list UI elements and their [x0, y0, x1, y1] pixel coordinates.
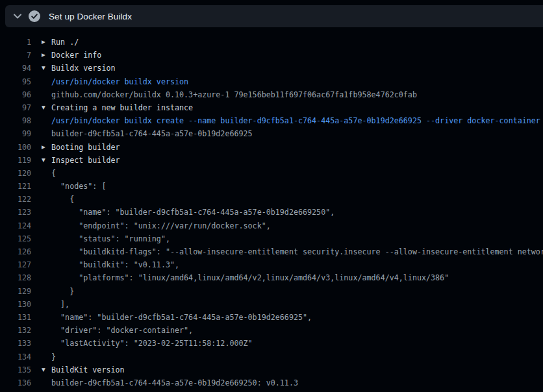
log-line: 124 "endpoint": "unix:///var/run/docker.… — [0, 219, 543, 232]
log-line: 132 "driver": "docker-container", — [0, 324, 543, 337]
line-number-link[interactable]: 133 — [0, 337, 31, 350]
log-line: 126 "buildkitd-flags": "--allow-insecure… — [0, 245, 543, 258]
log-line: 122 { — [0, 193, 543, 206]
log-text: builder-d9cfb5a1-c764-445a-a57e-0b19d2e6… — [51, 376, 298, 389]
line-number-link[interactable]: 132 — [0, 324, 31, 337]
line-number-link[interactable]: 136 — [0, 376, 31, 389]
log-text: "status": "running", — [51, 232, 170, 245]
log-text: builder-d9cfb5a1-c764-445a-a57e-0b19d2e6… — [51, 127, 253, 140]
log-text: { — [51, 167, 56, 180]
log-line: 120 { — [0, 167, 543, 180]
line-number-link[interactable]: 125 — [0, 232, 31, 245]
log-line: 128 "platforms": "linux/amd64,linux/amd6… — [0, 271, 543, 284]
log-line-group[interactable]: 100 ▶ Booting builder — [0, 141, 543, 154]
log-text: "buildkitd-flags": "--allow-insecure-ent… — [51, 245, 543, 258]
log-line: 99 builder-d9cfb5a1-c764-445a-a57e-0b19d… — [0, 127, 543, 140]
log-text: { — [51, 193, 74, 206]
line-number-link[interactable]: 120 — [0, 167, 31, 180]
triangle-right-icon[interactable]: ▶ — [42, 36, 51, 49]
line-number-link[interactable]: 119 — [0, 154, 31, 167]
line-number-link[interactable]: 99 — [0, 127, 31, 140]
triangle-right-icon[interactable]: ▶ — [42, 141, 51, 154]
log-line-group[interactable]: 135 ▼ BuildKit version — [0, 363, 543, 376]
line-number-link[interactable]: 96 — [0, 88, 31, 101]
log-text: "platforms": "linux/amd64,linux/amd64/v2… — [51, 271, 449, 284]
log-text: } — [51, 285, 74, 298]
line-number-link[interactable]: 126 — [0, 245, 31, 258]
log-text: "lastActivity": "2023-02-25T11:58:12.000… — [51, 337, 253, 350]
log-text: "nodes": [ — [51, 180, 106, 193]
log-line: 131 "name": "builder-d9cfb5a1-c764-445a-… — [0, 311, 543, 324]
triangle-right-icon[interactable]: ▶ — [42, 49, 51, 62]
log-line: 134 } — [0, 350, 543, 363]
line-number-link[interactable]: 129 — [0, 285, 31, 298]
log-text: "driver": "docker-container", — [51, 324, 193, 337]
log-line-group[interactable]: 97 ▼ Creating a new builder instance — [0, 101, 543, 114]
triangle-down-icon[interactable]: ▼ — [42, 101, 51, 114]
log-text: Inspect builder — [51, 154, 120, 167]
log-line: 127 "buildkit": "v0.11.3", — [0, 258, 543, 271]
line-number-link[interactable]: 97 — [0, 101, 31, 114]
log-line-group[interactable]: 1 ▶ Run ./ — [0, 36, 543, 49]
chevron-down-icon[interactable] — [13, 12, 22, 21]
line-number-link[interactable]: 100 — [0, 141, 31, 154]
check-circle-icon — [29, 10, 40, 22]
line-number-link[interactable]: 1 — [0, 36, 31, 49]
log-text: "name": "builder-d9cfb5a1-c764-445a-a57e… — [51, 311, 312, 324]
line-number-link[interactable]: 135 — [0, 363, 31, 376]
log-text: Docker info — [51, 49, 101, 62]
log-lines: 1 ▶ Run ./ 7 ▶ Docker info 94 ▼ Buildx v… — [0, 36, 543, 389]
line-number-link[interactable]: 134 — [0, 350, 31, 363]
log-text: Run ./ — [51, 36, 79, 49]
log-text: Creating a new builder instance — [51, 101, 193, 114]
line-number-link[interactable]: 127 — [0, 258, 31, 271]
log-text: "endpoint": "unix:///var/run/docker.sock… — [51, 219, 271, 232]
log-text: } — [51, 350, 56, 363]
log-line: 129 } — [0, 285, 543, 298]
line-number-link[interactable]: 124 — [0, 219, 31, 232]
log-viewer: 1 ▶ Run ./ 7 ▶ Docker info 94 ▼ Buildx v… — [0, 27, 543, 389]
log-text: github.com/docker/buildx 0.10.3+azure-1 … — [51, 88, 417, 101]
log-text: "buildkit": "v0.11.3", — [51, 258, 179, 271]
log-text: Booting builder — [51, 141, 120, 154]
line-number-link[interactable]: 130 — [0, 298, 31, 311]
step-title: Set up Docker Buildx — [49, 12, 132, 21]
line-number-link[interactable]: 131 — [0, 311, 31, 324]
triangle-down-icon[interactable]: ▼ — [42, 363, 51, 376]
line-number-link[interactable]: 95 — [0, 75, 31, 88]
line-number-link[interactable]: 121 — [0, 180, 31, 193]
line-number-link[interactable]: 128 — [0, 271, 31, 284]
log-line: 96 github.com/docker/buildx 0.10.3+azure… — [0, 88, 543, 101]
log-text: Buildx version — [51, 62, 116, 75]
log-line: 98 /usr/bin/docker buildx create --name … — [0, 114, 543, 127]
line-number-link[interactable]: 7 — [0, 49, 31, 62]
log-text: ], — [51, 298, 69, 311]
line-number-link[interactable]: 123 — [0, 206, 31, 219]
log-line: 133 "lastActivity": "2023-02-25T11:58:12… — [0, 337, 543, 350]
log-line-group[interactable]: 94 ▼ Buildx version — [0, 62, 543, 75]
log-text: /usr/bin/docker buildx create --name bui… — [51, 114, 540, 127]
log-line-group[interactable]: 7 ▶ Docker info — [0, 49, 543, 62]
log-line: 123 "name": "builder-d9cfb5a1-c764-445a-… — [0, 206, 543, 219]
line-number-link[interactable]: 98 — [0, 114, 31, 127]
log-line-group[interactable]: 119 ▼ Inspect builder — [0, 154, 543, 167]
log-line: 125 "status": "running", — [0, 232, 543, 245]
log-line: 136 builder-d9cfb5a1-c764-445a-a57e-0b19… — [0, 376, 543, 389]
log-text: "name": "builder-d9cfb5a1-c764-445a-a57e… — [51, 206, 335, 219]
log-line: 130 ], — [0, 298, 543, 311]
line-number-link[interactable]: 122 — [0, 193, 31, 206]
line-number-link[interactable]: 94 — [0, 62, 31, 75]
log-line: 121 "nodes": [ — [0, 180, 543, 193]
log-line: 95 /usr/bin/docker buildx version — [0, 75, 543, 88]
triangle-down-icon[interactable]: ▼ — [42, 154, 51, 167]
triangle-down-icon[interactable]: ▼ — [42, 62, 51, 75]
step-header[interactable]: Set up Docker Buildx — [5, 5, 543, 27]
log-text: BuildKit version — [51, 363, 125, 376]
log-text: /usr/bin/docker buildx version — [51, 75, 188, 88]
